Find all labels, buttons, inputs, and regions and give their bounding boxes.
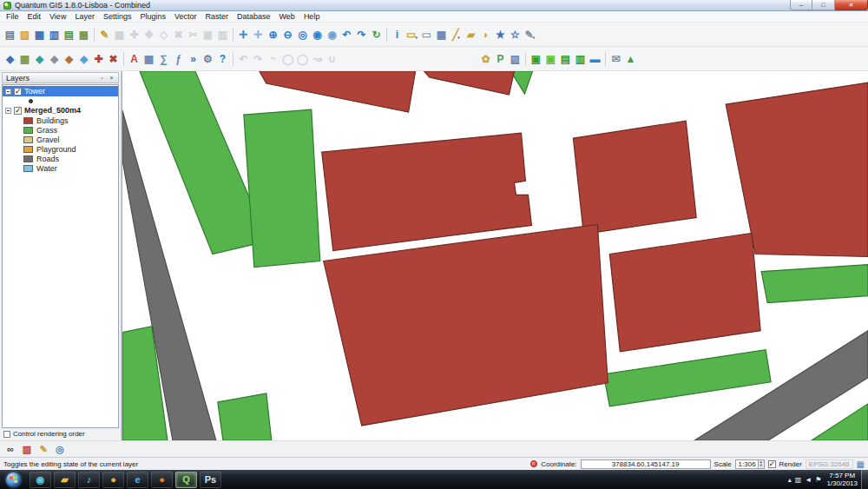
toggle-editing-icon[interactable]: ✎ xyxy=(97,27,112,43)
show-bookmarks-icon[interactable]: ☆ xyxy=(508,27,523,43)
refresh-map-icon[interactable]: ↻ xyxy=(369,27,384,43)
zoom-to-layer-icon[interactable]: ◉ xyxy=(325,27,339,43)
expander-icon[interactable] xyxy=(5,108,11,114)
remove-layer-icon[interactable]: ✖ xyxy=(106,51,121,67)
menu-vector[interactable]: Vector xyxy=(170,12,201,21)
action-center-icon[interactable]: ⚑ xyxy=(815,476,821,484)
control-rendering-order-checkbox[interactable] xyxy=(3,431,10,438)
add-raster-layer-icon[interactable]: ▦ xyxy=(17,51,32,67)
ftools-icon[interactable]: ✿ xyxy=(478,51,493,67)
close-button[interactable]: × xyxy=(835,0,868,10)
expander-icon[interactable] xyxy=(5,89,11,95)
add-spatialite-layer-icon[interactable]: ◆ xyxy=(47,51,62,67)
help-contents-icon[interactable]: ? xyxy=(215,51,230,67)
menu-layer[interactable]: Layer xyxy=(70,12,99,21)
python-console-icon[interactable]: » xyxy=(186,51,201,67)
legend-item-buildings[interactable]: Buildings xyxy=(3,116,118,125)
scale-combo[interactable]: 1:306 ▲ ▼ xyxy=(735,459,765,469)
panel-float-icon[interactable]: ▫ xyxy=(97,74,107,83)
legend-item-water[interactable]: Water xyxy=(3,163,118,173)
gdal-tools-icon[interactable]: ▣ xyxy=(529,51,543,67)
text-annotation-icon[interactable]: ✎▾ xyxy=(523,27,537,43)
merged-visibility-checkbox[interactable] xyxy=(14,107,22,115)
taskbar-internet-explorer-button[interactable]: e xyxy=(127,472,148,488)
new-shapefile-layer-icon[interactable]: ✚ xyxy=(91,51,106,67)
open-project-icon[interactable]: ▧ xyxy=(17,27,32,43)
menu-database[interactable]: Database xyxy=(233,12,275,21)
new-print-composer-icon[interactable]: ▤ xyxy=(62,27,76,43)
identify-features-icon[interactable]: i xyxy=(390,27,404,43)
network-icon[interactable]: ▥ xyxy=(795,476,802,484)
coordinate-input[interactable]: 378834.60,145147.19 xyxy=(581,459,711,469)
map-svg[interactable] xyxy=(122,71,868,440)
python-plugins-icon[interactable]: P xyxy=(493,51,508,67)
zoom-last-icon[interactable]: ↶ xyxy=(339,27,354,43)
plugin-manager-icon[interactable]: ⚙ xyxy=(201,51,215,67)
pan-to-selection-icon[interactable]: ✛ xyxy=(251,27,266,43)
layer-item-merged-500m4[interactable]: Merged_500m4 xyxy=(3,105,118,116)
menu-edit[interactable]: Edit xyxy=(23,12,46,21)
coordinate-capture-icon[interactable]: ◎ xyxy=(53,442,67,456)
scale-spinner[interactable]: ▲ ▼ xyxy=(758,460,764,468)
layer-attribute-table-icon[interactable]: ▦ xyxy=(141,51,156,67)
raster-calculator-icon[interactable]: ▣ xyxy=(543,51,558,67)
interpolation-icon[interactable]: ▤ xyxy=(558,51,573,67)
taskbar-media-player-button[interactable]: ◉ xyxy=(30,472,51,488)
menu-view[interactable]: View xyxy=(45,12,70,21)
legend-item-gravel[interactable]: Gravel xyxy=(3,135,118,144)
menu-raster[interactable]: Raster xyxy=(201,12,233,21)
zoom-in-icon[interactable]: ⊕ xyxy=(266,27,280,43)
maximize-button[interactable]: □ xyxy=(812,0,835,10)
legend-item-roads[interactable]: Roads xyxy=(3,154,118,163)
measure-area-icon[interactable]: ▰ xyxy=(464,27,478,43)
add-vector-layer-icon[interactable]: ◆ xyxy=(3,51,17,67)
add-wms-layer-icon[interactable]: ◆ xyxy=(62,51,76,67)
map-canvas[interactable] xyxy=(122,71,868,440)
measure-line-icon[interactable]: ╱▾ xyxy=(449,27,464,43)
zonal-statistics-icon[interactable]: ▥ xyxy=(573,51,588,67)
zoom-next-icon[interactable]: ↷ xyxy=(354,27,369,43)
edit-pencil-icon[interactable]: ✎ xyxy=(36,442,50,456)
save-project-as-icon[interactable]: ▥ xyxy=(47,27,62,43)
show-desktop-button[interactable] xyxy=(861,470,868,489)
save-project-icon[interactable]: ▦ xyxy=(32,27,47,43)
zoom-out-icon[interactable]: ⊖ xyxy=(280,27,295,43)
new-bookmark-icon[interactable]: ★ xyxy=(493,27,508,43)
menu-web[interactable]: Web xyxy=(275,12,299,21)
zoom-to-selection-icon[interactable]: ◉ xyxy=(310,27,325,43)
stop-render-icon[interactable] xyxy=(530,460,537,467)
mapserver-export-icon[interactable]: ✉ xyxy=(608,51,623,67)
menu-file[interactable]: File xyxy=(2,12,23,21)
new-project-icon[interactable]: ▤ xyxy=(3,27,17,43)
labeling-icon[interactable]: A xyxy=(127,51,141,67)
taskbar-clock[interactable]: 7:57 PM 1/30/2013 xyxy=(826,472,858,487)
start-button[interactable] xyxy=(2,470,24,489)
binoculars-icon[interactable]: ∞ xyxy=(3,442,17,456)
open-attribute-table-icon[interactable]: ▦ xyxy=(434,27,449,43)
panel-close-icon[interactable]: × xyxy=(107,74,116,83)
volume-icon[interactable]: ◄ xyxy=(805,476,812,484)
add-postgis-layer-icon[interactable]: ◆ xyxy=(32,51,47,67)
render-checkbox[interactable] xyxy=(768,460,776,468)
add-wfs-layer-icon[interactable]: ◆ xyxy=(76,51,91,67)
layer-item-tower[interactable]: Tower xyxy=(3,86,118,96)
map-tips-icon[interactable]: ◗ xyxy=(478,27,493,43)
menu-plugins[interactable]: Plugins xyxy=(135,12,170,21)
spinner-down-icon[interactable]: ▼ xyxy=(760,464,763,467)
deselect-all-icon[interactable]: ▭ xyxy=(419,27,434,43)
pan-map-icon[interactable]: ✛ xyxy=(236,27,251,43)
show-hidden-icons-icon[interactable]: ▴ xyxy=(788,476,792,484)
grass-tools-icon[interactable]: ▲ xyxy=(623,51,638,67)
taskbar-qgis-button[interactable]: Q xyxy=(175,472,197,488)
zoom-full-icon[interactable]: ◎ xyxy=(295,27,310,43)
taskbar-photoshop-button[interactable]: Ps xyxy=(200,472,221,488)
taskbar-explorer-button[interactable]: ▰ xyxy=(54,472,76,488)
taskbar-firefox-button[interactable]: ● xyxy=(151,472,173,488)
log-messages-icon[interactable]: ▥ xyxy=(20,442,34,456)
legend-item-playground[interactable]: Playground xyxy=(3,144,118,154)
select-by-expression-icon[interactable]: ƒ xyxy=(171,51,186,67)
crs-status-icon[interactable]: ▦ xyxy=(857,459,865,469)
legend-item-grass[interactable]: Grass xyxy=(3,125,118,135)
menu-help[interactable]: Help xyxy=(299,12,325,21)
tower-visibility-checkbox[interactable] xyxy=(14,88,22,96)
